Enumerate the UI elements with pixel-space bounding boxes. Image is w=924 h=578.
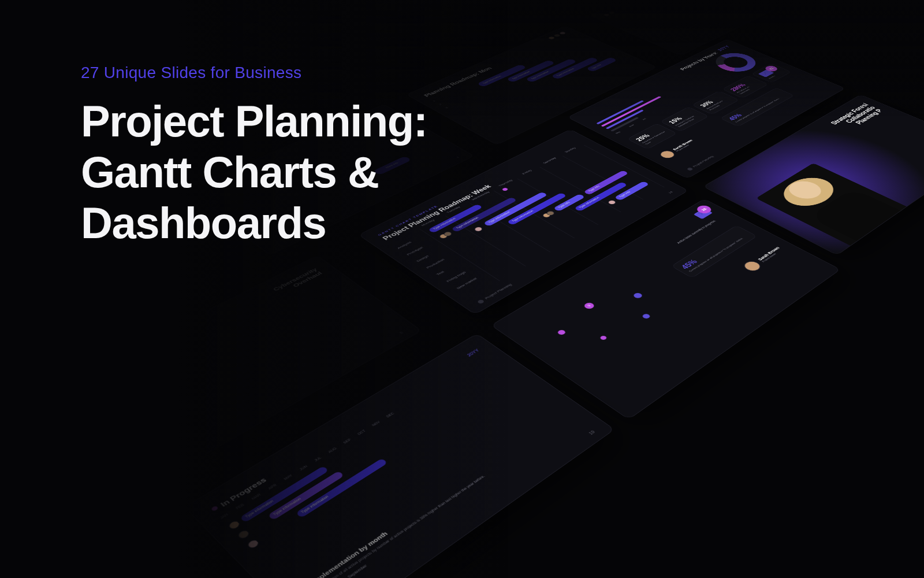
avatar <box>658 149 677 160</box>
hero-title: Project Planning: Gantt Charts & Dashboa… <box>81 96 531 249</box>
avatar <box>602 13 610 17</box>
avatar <box>246 539 260 550</box>
avatar <box>236 529 251 540</box>
dashboard-year: 20YY <box>716 45 731 51</box>
status-dot <box>210 505 218 511</box>
metric-card: 25% Reduction in Operational Costs <box>627 123 677 149</box>
dashboard-title: Projects by Years: <box>679 51 719 71</box>
hero-tagline: 27 Unique Slides for Business <box>81 64 531 82</box>
metric-card: 15% Increase in Customer Satisfaction Sc… <box>660 107 709 132</box>
avatar <box>227 520 241 531</box>
person-photo <box>756 163 907 246</box>
avatar <box>742 260 764 273</box>
slide-dim-grid <box>589 0 808 55</box>
metric-progress: 45% Current progress on all projects in … <box>671 225 757 279</box>
hero: 27 Unique Slides for Business Project Pl… <box>81 64 531 249</box>
